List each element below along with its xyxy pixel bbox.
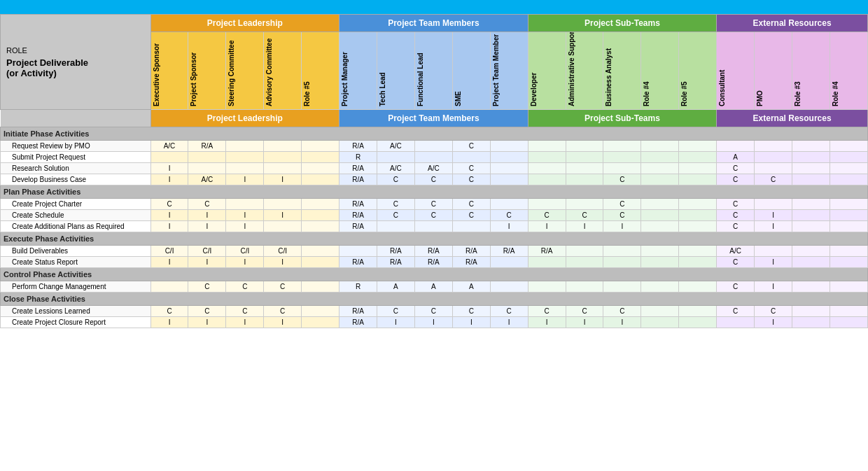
raci-cell: C [452, 163, 490, 174]
raci-cell [302, 199, 340, 210]
raci-cell: I [150, 210, 188, 221]
raci-cell [792, 163, 830, 174]
raci-cell [830, 210, 867, 221]
raci-cell [792, 174, 830, 185]
raci-cell [755, 163, 792, 174]
raci-cell [302, 317, 340, 328]
raci-cell: R/A [452, 246, 490, 257]
section-label-initiate: Initiate Phase Activities [1, 127, 868, 141]
group-label-leadership: Project Leadership [150, 110, 340, 127]
raci-cell: I [150, 317, 188, 328]
raci-cell [641, 281, 679, 293]
raci-cell: C [717, 199, 755, 210]
raci-cell [830, 306, 867, 317]
raci-cell: I [226, 174, 264, 185]
raci-cell: I [226, 317, 264, 328]
section-row-plan: Plan Phase Activities [1, 185, 868, 199]
raci-cell [302, 152, 340, 163]
col-header-sme: SME [452, 32, 490, 110]
raci-cell [452, 221, 490, 232]
raci-cell: C [377, 210, 415, 221]
raci-cell: A/C [717, 246, 755, 257]
col-header-consultant: Consultant [717, 32, 755, 110]
raci-cell: R/A [414, 257, 452, 268]
spacer-cell [1, 110, 151, 127]
col-header-developer: Developer [528, 32, 566, 110]
raci-cell: C [717, 174, 755, 185]
raci-cell: C [452, 199, 490, 210]
activity-name: Create Project Charter [1, 199, 151, 210]
activity-name: Request Review by PMO [1, 141, 151, 152]
raci-cell [679, 306, 717, 317]
raci-cell [641, 306, 679, 317]
raci-cell [641, 152, 679, 163]
raci-cell [490, 281, 528, 293]
raci-cell: A [452, 281, 490, 293]
raci-cell: I [755, 257, 792, 268]
raci-cell: I [150, 257, 188, 268]
raci-cell: C [377, 306, 415, 317]
raci-cell [603, 152, 641, 163]
raci-cell: C [717, 257, 755, 268]
raci-cell: C [717, 221, 755, 232]
raci-cell: R/A [377, 246, 415, 257]
raci-cell [566, 174, 603, 185]
raci-cell: I [603, 221, 641, 232]
raci-cell [792, 199, 830, 210]
raci-cell: C [414, 306, 452, 317]
table-row: Create ScheduleIIIIR/ACCCCCCCCI [1, 210, 868, 221]
group-label-subteams: Project Sub-Teams [528, 110, 717, 127]
group-header-subteams: Project Sub-Teams [528, 15, 717, 32]
raci-cell: C [150, 306, 188, 317]
raci-cell: R/A [340, 221, 377, 232]
raci-cell [679, 246, 717, 257]
col-header-pmo: PMO [755, 32, 792, 110]
raci-cell [264, 163, 302, 174]
raci-cell: I [188, 221, 226, 232]
raci-cell: I [226, 221, 264, 232]
raci-cell: I [755, 210, 792, 221]
raci-cell: I [528, 221, 566, 232]
raci-cell [603, 257, 641, 268]
raci-cell [566, 152, 603, 163]
raci-cell: I [150, 163, 188, 174]
raci-cell [226, 141, 264, 152]
raci-cell [302, 246, 340, 257]
raci-cell [679, 152, 717, 163]
activity-name: Create Status Report [1, 257, 151, 268]
raci-cell [302, 257, 340, 268]
raci-cell [603, 141, 641, 152]
raci-cell [528, 281, 566, 293]
raci-cell: A [377, 281, 415, 293]
raci-cell [679, 141, 717, 152]
raci-cell [302, 221, 340, 232]
raci-cell: I [490, 221, 528, 232]
raci-cell: C [452, 141, 490, 152]
raci-cell [188, 152, 226, 163]
raci-cell [302, 281, 340, 293]
raci-cell [490, 257, 528, 268]
raci-cell [830, 163, 867, 174]
raci-cell [264, 221, 302, 232]
raci-cell [566, 257, 603, 268]
col-header-role3: Role #3 [792, 32, 830, 110]
col-header-role5a: Role #5 [679, 32, 717, 110]
raci-cell: I [226, 257, 264, 268]
table-row: Request Review by PMOA/CR/AR/AA/CC [1, 141, 868, 152]
raci-cell: R/A [340, 163, 377, 174]
raci-cell [603, 246, 641, 257]
table-row: Research SolutionIR/AA/CA/CCC [1, 163, 868, 174]
raci-cell: A/C [377, 163, 415, 174]
raci-cell: I [264, 317, 302, 328]
raci-cell: I [452, 317, 490, 328]
raci-cell [641, 317, 679, 328]
raci-cell: I [188, 210, 226, 221]
group-header-external: External Resources [717, 15, 868, 32]
raci-cell [792, 257, 830, 268]
table-row: Develop Business CaseIA/CIIR/ACCCCCC [1, 174, 868, 185]
raci-cell: I [226, 210, 264, 221]
raci-cell: C [264, 306, 302, 317]
raci-cell [490, 174, 528, 185]
activity-name: Perform Change Management [1, 281, 151, 293]
col-header-ptm: Project Team Member [490, 32, 528, 110]
